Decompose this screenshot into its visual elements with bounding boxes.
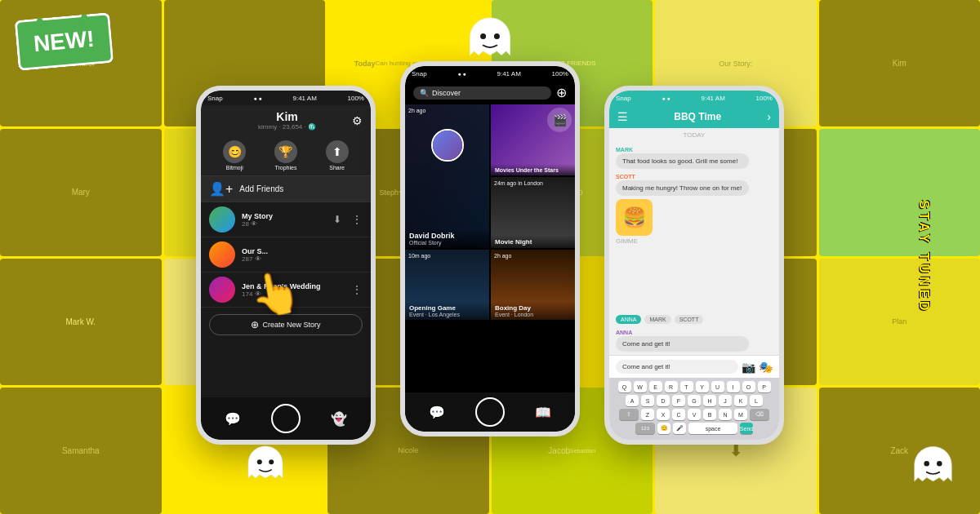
key-v[interactable]: V bbox=[688, 409, 701, 420]
discover-tile-movie-night[interactable]: Movie Night 24m ago in London bbox=[491, 177, 575, 248]
key-mic[interactable]: 🎤 bbox=[673, 423, 686, 434]
key-123[interactable]: 123 bbox=[635, 423, 655, 434]
svg-point-4 bbox=[924, 461, 929, 467]
status-bar-1: Snap ● ● 9:41 AM 100% bbox=[201, 91, 371, 105]
discover-label: Discover bbox=[432, 89, 461, 97]
keyboard-row-3: ⇧ Z X C V B N M ⌫ bbox=[612, 409, 777, 420]
key-y[interactable]: Y bbox=[696, 381, 709, 392]
ghost-top-center bbox=[461, 12, 519, 73]
key-x[interactable]: X bbox=[657, 409, 670, 420]
ghost-bottom-left bbox=[241, 441, 290, 494]
more-icon-1[interactable]: ⋮ bbox=[351, 213, 363, 226]
key-m[interactable]: M bbox=[734, 409, 747, 420]
key-t[interactable]: T bbox=[680, 381, 693, 392]
key-emoji[interactable]: 😊 bbox=[657, 423, 670, 434]
phone-chat: Snap ● ● 9:41 AM 100% ☰ BBQ Time › TODAY… bbox=[604, 86, 784, 445]
key-h[interactable]: H bbox=[703, 395, 716, 406]
chat-icon-2[interactable]: 💬 bbox=[429, 405, 445, 420]
sender-scott: SCOTT bbox=[616, 174, 773, 179]
tag-row: ANNA MARK SCOTT bbox=[609, 312, 779, 326]
svg-point-5 bbox=[937, 461, 942, 467]
tile-boxing-time: 2h ago bbox=[494, 253, 511, 259]
discover-search[interactable]: 🔍 Discover bbox=[413, 86, 551, 100]
key-n[interactable]: N bbox=[719, 409, 732, 420]
key-s[interactable]: S bbox=[641, 395, 654, 406]
hamburger-icon[interactable]: ☰ bbox=[617, 110, 628, 123]
ghost-bottom-right bbox=[906, 441, 960, 498]
key-send[interactable]: Send bbox=[740, 423, 753, 434]
bitmoji-button[interactable]: 😊 Bitmoji bbox=[223, 140, 246, 171]
chevron-right-icon[interactable]: › bbox=[767, 110, 771, 123]
tag-mark[interactable]: MARK bbox=[644, 315, 670, 324]
key-e[interactable]: E bbox=[649, 381, 662, 392]
key-w[interactable]: W bbox=[634, 381, 647, 392]
fire-icon[interactable]: 🎭 bbox=[759, 361, 773, 374]
stories-icon-2[interactable]: 📖 bbox=[535, 405, 551, 420]
key-g[interactable]: G bbox=[688, 395, 701, 406]
more-icon-2[interactable]: ⋮ bbox=[351, 283, 363, 296]
key-u[interactable]: U bbox=[711, 381, 724, 392]
chat-input[interactable]: Come and get it! bbox=[616, 360, 738, 374]
download-icon[interactable]: ⬇ bbox=[333, 214, 341, 225]
discover-tile-boxing[interactable]: Boxing Day Event · London 2h ago bbox=[491, 250, 575, 321]
camera-button-1[interactable] bbox=[271, 404, 301, 433]
key-l[interactable]: L bbox=[750, 395, 763, 406]
key-b[interactable]: B bbox=[703, 409, 716, 420]
discover-tile-opening[interactable]: Opening Game Event · Los Angeles 10m ago bbox=[405, 250, 489, 321]
key-shift[interactable]: ⇧ bbox=[619, 409, 639, 420]
discover-tile-movies[interactable]: 🎬 Movies Under the Stars bbox=[491, 104, 575, 175]
key-c[interactable]: C bbox=[672, 409, 685, 420]
key-backspace[interactable]: ⌫ bbox=[750, 409, 769, 420]
share-button[interactable]: ⬆ Share bbox=[326, 140, 349, 171]
trophies-button[interactable]: 🏆 Trophies bbox=[274, 140, 297, 171]
tile-opening-label: Opening Game Event · Los Angeles bbox=[405, 301, 489, 320]
add-friends-row[interactable]: 👤+ Add Friends bbox=[201, 176, 371, 202]
phone1-header: Kim kimmy · 23,654 · ♏ ⚙ bbox=[201, 105, 371, 135]
key-o[interactable]: O bbox=[742, 381, 755, 392]
our-story-avatar bbox=[209, 241, 235, 268]
battery-2: 100% bbox=[552, 70, 568, 78]
my-story-item[interactable]: My Story 28 👁 ⬇ ⋮ bbox=[201, 202, 371, 237]
add-icon[interactable]: ⊕ bbox=[556, 85, 567, 100]
key-j[interactable]: J bbox=[719, 395, 732, 406]
stories-icon-1[interactable]: 👻 bbox=[331, 411, 347, 427]
key-r[interactable]: R bbox=[665, 381, 678, 392]
phone2-bottom-bar: 💬 📖 bbox=[405, 392, 575, 432]
tag-anna[interactable]: ANNA bbox=[616, 315, 641, 324]
create-story-button[interactable]: ⊕ Create New Story bbox=[209, 314, 363, 335]
phone1-bottom-bar: 💬 👻 bbox=[201, 397, 371, 440]
key-f[interactable]: F bbox=[672, 395, 685, 406]
settings-icon[interactable]: ⚙ bbox=[352, 114, 363, 127]
key-space[interactable]: space bbox=[688, 423, 737, 434]
carrier-2: Snap bbox=[412, 70, 427, 78]
svg-point-0 bbox=[480, 33, 486, 39]
key-k[interactable]: K bbox=[734, 395, 747, 406]
chat-icon-1[interactable]: 💬 bbox=[225, 411, 241, 427]
discover-tile-david[interactable]: David Dobrik Official Story 2h ago bbox=[405, 104, 489, 248]
sender-anna: ANNA bbox=[616, 330, 773, 335]
new-badge-label: NEW! bbox=[33, 26, 96, 56]
key-d[interactable]: D bbox=[657, 395, 670, 406]
video-icon[interactable]: 📷 bbox=[742, 361, 755, 374]
phone1-icons-row: 😊 Bitmoji 🏆 Trophies ⬆ Share bbox=[201, 135, 371, 175]
keyboard-row-1: Q W E R T Y U I O P bbox=[612, 381, 777, 392]
key-z[interactable]: Z bbox=[641, 409, 654, 420]
share-label: Share bbox=[329, 165, 345, 171]
key-a[interactable]: A bbox=[626, 395, 639, 406]
camera-button-2[interactable] bbox=[475, 397, 505, 427]
wedding-avatar bbox=[209, 277, 235, 303]
tag-scott[interactable]: SCOTT bbox=[675, 315, 704, 324]
key-q[interactable]: Q bbox=[618, 381, 631, 392]
today-label: TODAY bbox=[609, 128, 779, 142]
sender-mark: MARK bbox=[616, 147, 773, 153]
key-i[interactable]: I bbox=[727, 381, 740, 392]
svg-point-3 bbox=[269, 459, 274, 464]
message-mark: MARK That food looks so good. Grill me s… bbox=[616, 147, 773, 169]
keyboard-row-4: 123 😊 🎤 space Send bbox=[612, 423, 777, 434]
bubble-anna: Come and get it! bbox=[616, 336, 749, 352]
search-icon: 🔍 bbox=[420, 89, 429, 97]
bitmoji-label: Bitmoji bbox=[226, 165, 243, 171]
gimme-label: GIMME bbox=[616, 237, 773, 245]
key-p[interactable]: P bbox=[758, 381, 771, 392]
tile-opening-time: 10m ago bbox=[408, 253, 430, 259]
